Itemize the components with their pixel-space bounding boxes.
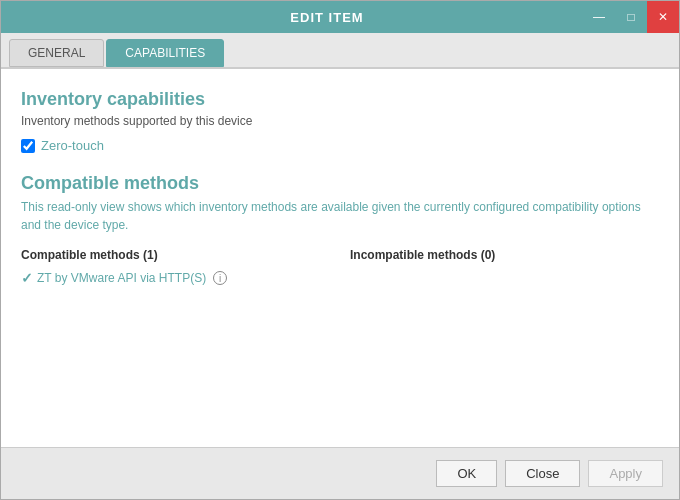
inventory-capabilities-title: Inventory capabilities <box>21 89 659 110</box>
compatible-methods-description: This read-only view shows which inventor… <box>21 198 659 234</box>
incompatible-col: Incompatible methods (0) <box>350 248 659 286</box>
ok-button[interactable]: OK <box>436 460 497 487</box>
close-button[interactable]: ✕ <box>647 1 679 33</box>
zero-touch-checkbox[interactable] <box>21 139 35 153</box>
incompatible-header: Incompatible methods (0) <box>350 248 659 262</box>
tab-bar: GENERAL CAPABILITIES <box>1 33 679 69</box>
apply-button[interactable]: Apply <box>588 460 663 487</box>
title-bar: EDIT ITEM — □ ✕ <box>1 1 679 33</box>
close-footer-button[interactable]: Close <box>505 460 580 487</box>
compatible-methods-title: Compatible methods <box>21 173 659 194</box>
methods-columns: Compatible methods (1) ✓ ZT by VMware AP… <box>21 248 659 286</box>
content-area: Inventory capabilities Inventory methods… <box>1 69 679 447</box>
zero-touch-row: Zero-touch <box>21 138 659 153</box>
inventory-capabilities-section: Inventory capabilities Inventory methods… <box>21 89 659 153</box>
check-icon: ✓ <box>21 270 33 286</box>
tab-capabilities[interactable]: CAPABILITIES <box>106 39 224 67</box>
inventory-subtitle: Inventory methods supported by this devi… <box>21 114 659 128</box>
compatible-header: Compatible methods (1) <box>21 248 330 262</box>
compatible-col: Compatible methods (1) ✓ ZT by VMware AP… <box>21 248 330 286</box>
footer: OK Close Apply <box>1 447 679 499</box>
zero-touch-label: Zero-touch <box>41 138 104 153</box>
compatible-methods-section: Compatible methods This read-only view s… <box>21 173 659 286</box>
method-label: ZT by VMware API via HTTP(S) <box>37 271 206 285</box>
method-item: ✓ ZT by VMware API via HTTP(S) i <box>21 270 330 286</box>
window-title: EDIT ITEM <box>71 10 583 25</box>
edit-item-window: EDIT ITEM — □ ✕ GENERAL CAPABILITIES Inv… <box>0 0 680 500</box>
minimize-button[interactable]: — <box>583 1 615 33</box>
tab-general[interactable]: GENERAL <box>9 39 104 67</box>
window-controls: — □ ✕ <box>583 1 679 33</box>
restore-button[interactable]: □ <box>615 1 647 33</box>
info-icon[interactable]: i <box>213 271 227 285</box>
